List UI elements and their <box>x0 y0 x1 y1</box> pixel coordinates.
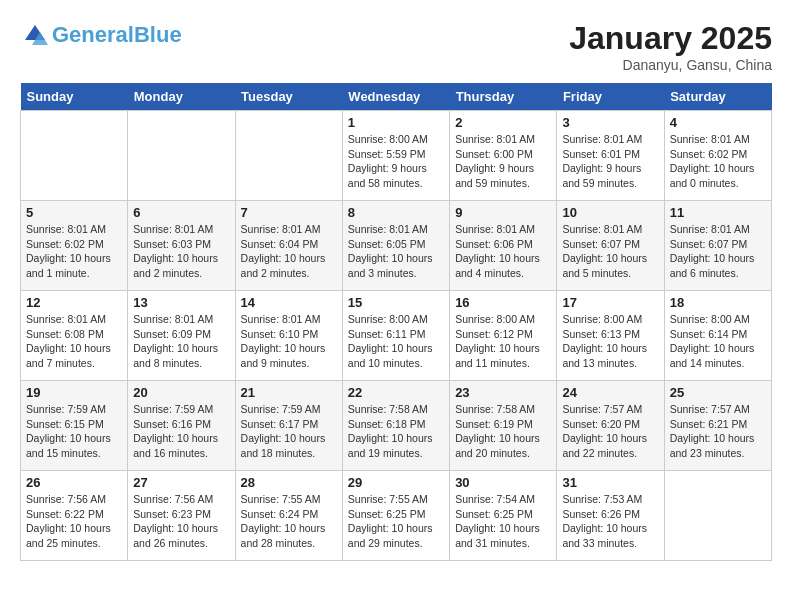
week-row-5: 26Sunrise: 7:56 AM Sunset: 6:22 PM Dayli… <box>21 471 772 561</box>
day-cell: 11Sunrise: 8:01 AM Sunset: 6:07 PM Dayli… <box>664 201 771 291</box>
week-row-4: 19Sunrise: 7:59 AM Sunset: 6:15 PM Dayli… <box>21 381 772 471</box>
weekday-header-row: SundayMondayTuesdayWednesdayThursdayFrid… <box>21 83 772 111</box>
day-number: 29 <box>348 475 444 490</box>
day-cell: 30Sunrise: 7:54 AM Sunset: 6:25 PM Dayli… <box>450 471 557 561</box>
day-cell: 31Sunrise: 7:53 AM Sunset: 6:26 PM Dayli… <box>557 471 664 561</box>
weekday-header-friday: Friday <box>557 83 664 111</box>
week-row-2: 5Sunrise: 8:01 AM Sunset: 6:02 PM Daylig… <box>21 201 772 291</box>
day-number: 24 <box>562 385 658 400</box>
day-number: 27 <box>133 475 229 490</box>
day-info: Sunrise: 8:00 AM Sunset: 6:12 PM Dayligh… <box>455 312 551 371</box>
day-cell: 8Sunrise: 8:01 AM Sunset: 6:05 PM Daylig… <box>342 201 449 291</box>
day-cell: 26Sunrise: 7:56 AM Sunset: 6:22 PM Dayli… <box>21 471 128 561</box>
day-info: Sunrise: 7:59 AM Sunset: 6:15 PM Dayligh… <box>26 402 122 461</box>
day-info: Sunrise: 8:01 AM Sunset: 6:10 PM Dayligh… <box>241 312 337 371</box>
day-number: 12 <box>26 295 122 310</box>
day-cell: 4Sunrise: 8:01 AM Sunset: 6:02 PM Daylig… <box>664 111 771 201</box>
day-number: 7 <box>241 205 337 220</box>
week-row-3: 12Sunrise: 8:01 AM Sunset: 6:08 PM Dayli… <box>21 291 772 381</box>
day-info: Sunrise: 7:56 AM Sunset: 6:22 PM Dayligh… <box>26 492 122 551</box>
logo-icon <box>20 20 50 50</box>
location: Dananyu, Gansu, China <box>569 57 772 73</box>
weekday-header-thursday: Thursday <box>450 83 557 111</box>
day-cell: 16Sunrise: 8:00 AM Sunset: 6:12 PM Dayli… <box>450 291 557 381</box>
day-info: Sunrise: 7:58 AM Sunset: 6:19 PM Dayligh… <box>455 402 551 461</box>
day-info: Sunrise: 8:01 AM Sunset: 6:08 PM Dayligh… <box>26 312 122 371</box>
page-header: GeneralBlue January 2025 Dananyu, Gansu,… <box>20 20 772 73</box>
day-cell: 21Sunrise: 7:59 AM Sunset: 6:17 PM Dayli… <box>235 381 342 471</box>
day-info: Sunrise: 8:00 AM Sunset: 5:59 PM Dayligh… <box>348 132 444 191</box>
day-number: 17 <box>562 295 658 310</box>
weekday-header-sunday: Sunday <box>21 83 128 111</box>
day-number: 23 <box>455 385 551 400</box>
day-info: Sunrise: 8:01 AM Sunset: 6:02 PM Dayligh… <box>670 132 766 191</box>
day-number: 14 <box>241 295 337 310</box>
day-number: 9 <box>455 205 551 220</box>
day-cell: 19Sunrise: 7:59 AM Sunset: 6:15 PM Dayli… <box>21 381 128 471</box>
weekday-header-monday: Monday <box>128 83 235 111</box>
day-cell: 23Sunrise: 7:58 AM Sunset: 6:19 PM Dayli… <box>450 381 557 471</box>
day-cell: 10Sunrise: 8:01 AM Sunset: 6:07 PM Dayli… <box>557 201 664 291</box>
day-info: Sunrise: 8:01 AM Sunset: 6:05 PM Dayligh… <box>348 222 444 281</box>
day-number: 22 <box>348 385 444 400</box>
day-info: Sunrise: 8:01 AM Sunset: 6:07 PM Dayligh… <box>670 222 766 281</box>
day-cell: 20Sunrise: 7:59 AM Sunset: 6:16 PM Dayli… <box>128 381 235 471</box>
day-info: Sunrise: 8:01 AM Sunset: 6:00 PM Dayligh… <box>455 132 551 191</box>
day-info: Sunrise: 7:58 AM Sunset: 6:18 PM Dayligh… <box>348 402 444 461</box>
day-info: Sunrise: 8:00 AM Sunset: 6:11 PM Dayligh… <box>348 312 444 371</box>
day-info: Sunrise: 7:55 AM Sunset: 6:24 PM Dayligh… <box>241 492 337 551</box>
day-cell <box>128 111 235 201</box>
day-info: Sunrise: 8:00 AM Sunset: 6:14 PM Dayligh… <box>670 312 766 371</box>
logo-general: General <box>52 22 134 47</box>
calendar-table: SundayMondayTuesdayWednesdayThursdayFrid… <box>20 83 772 561</box>
title-block: January 2025 Dananyu, Gansu, China <box>569 20 772 73</box>
day-number: 4 <box>670 115 766 130</box>
day-info: Sunrise: 8:01 AM Sunset: 6:02 PM Dayligh… <box>26 222 122 281</box>
logo-blue: Blue <box>134 22 182 47</box>
day-info: Sunrise: 7:57 AM Sunset: 6:20 PM Dayligh… <box>562 402 658 461</box>
day-info: Sunrise: 7:56 AM Sunset: 6:23 PM Dayligh… <box>133 492 229 551</box>
day-info: Sunrise: 7:53 AM Sunset: 6:26 PM Dayligh… <box>562 492 658 551</box>
day-cell <box>21 111 128 201</box>
day-cell: 22Sunrise: 7:58 AM Sunset: 6:18 PM Dayli… <box>342 381 449 471</box>
day-cell: 7Sunrise: 8:01 AM Sunset: 6:04 PM Daylig… <box>235 201 342 291</box>
day-number: 18 <box>670 295 766 310</box>
day-number: 5 <box>26 205 122 220</box>
day-cell: 6Sunrise: 8:01 AM Sunset: 6:03 PM Daylig… <box>128 201 235 291</box>
week-row-1: 1Sunrise: 8:00 AM Sunset: 5:59 PM Daylig… <box>21 111 772 201</box>
weekday-header-wednesday: Wednesday <box>342 83 449 111</box>
day-info: Sunrise: 8:01 AM Sunset: 6:07 PM Dayligh… <box>562 222 658 281</box>
day-number: 16 <box>455 295 551 310</box>
day-cell: 17Sunrise: 8:00 AM Sunset: 6:13 PM Dayli… <box>557 291 664 381</box>
day-cell: 13Sunrise: 8:01 AM Sunset: 6:09 PM Dayli… <box>128 291 235 381</box>
day-number: 25 <box>670 385 766 400</box>
day-cell <box>235 111 342 201</box>
day-number: 20 <box>133 385 229 400</box>
day-cell: 25Sunrise: 7:57 AM Sunset: 6:21 PM Dayli… <box>664 381 771 471</box>
day-info: Sunrise: 7:55 AM Sunset: 6:25 PM Dayligh… <box>348 492 444 551</box>
day-cell: 27Sunrise: 7:56 AM Sunset: 6:23 PM Dayli… <box>128 471 235 561</box>
day-number: 30 <box>455 475 551 490</box>
day-number: 8 <box>348 205 444 220</box>
day-info: Sunrise: 8:00 AM Sunset: 6:13 PM Dayligh… <box>562 312 658 371</box>
day-number: 1 <box>348 115 444 130</box>
day-info: Sunrise: 7:59 AM Sunset: 6:16 PM Dayligh… <box>133 402 229 461</box>
day-cell: 24Sunrise: 7:57 AM Sunset: 6:20 PM Dayli… <box>557 381 664 471</box>
day-number: 26 <box>26 475 122 490</box>
day-number: 13 <box>133 295 229 310</box>
day-info: Sunrise: 8:01 AM Sunset: 6:06 PM Dayligh… <box>455 222 551 281</box>
day-cell: 9Sunrise: 8:01 AM Sunset: 6:06 PM Daylig… <box>450 201 557 291</box>
day-number: 10 <box>562 205 658 220</box>
day-cell: 18Sunrise: 8:00 AM Sunset: 6:14 PM Dayli… <box>664 291 771 381</box>
month-title: January 2025 <box>569 20 772 57</box>
day-info: Sunrise: 8:01 AM Sunset: 6:04 PM Dayligh… <box>241 222 337 281</box>
day-cell: 12Sunrise: 8:01 AM Sunset: 6:08 PM Dayli… <box>21 291 128 381</box>
day-cell: 2Sunrise: 8:01 AM Sunset: 6:00 PM Daylig… <box>450 111 557 201</box>
day-cell: 5Sunrise: 8:01 AM Sunset: 6:02 PM Daylig… <box>21 201 128 291</box>
day-number: 28 <box>241 475 337 490</box>
day-info: Sunrise: 8:01 AM Sunset: 6:03 PM Dayligh… <box>133 222 229 281</box>
day-number: 19 <box>26 385 122 400</box>
weekday-header-saturday: Saturday <box>664 83 771 111</box>
day-number: 31 <box>562 475 658 490</box>
day-info: Sunrise: 8:01 AM Sunset: 6:09 PM Dayligh… <box>133 312 229 371</box>
